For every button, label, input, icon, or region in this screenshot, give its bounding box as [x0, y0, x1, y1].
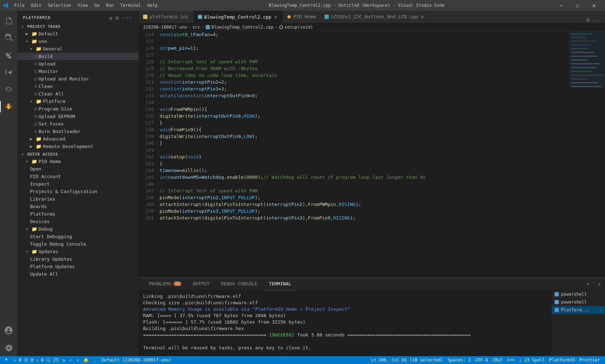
breadcrumb-src[interactable]: src	[192, 25, 200, 30]
tree-item-advanced[interactable]: ▶ 📁 Advanced	[17, 135, 138, 143]
terminal-tab-debug-console[interactable]: DEBUG CONSOLE	[215, 278, 263, 290]
split-editor-button[interactable]: ⧉	[585, 17, 591, 23]
more-tabs-button[interactable]: ···	[591, 18, 602, 23]
code-editor[interactable]: 124 125 126 127 128 129 130 131 132 133 …	[139, 31, 605, 277]
menu-run[interactable]: Run	[103, 2, 117, 9]
tree-item-pio-home[interactable]: ▾ 📁 PIO Home	[17, 158, 138, 165]
tree-item-platform-updates[interactable]: Platform Updates	[17, 263, 138, 270]
menu-file[interactable]: File	[11, 2, 28, 9]
tree-item-monitor[interactable]: Monitor	[17, 68, 138, 75]
new-terminal-button[interactable]: +	[586, 281, 589, 287]
terminal-instance-platformio[interactable]: Platform... ✓	[552, 306, 605, 314]
tree-item-libraries[interactable]: Libraries	[17, 195, 138, 203]
quick-access-header[interactable]: ▾ QUICK ACCESS	[17, 151, 138, 158]
tree-item-projects-config[interactable]: Projects & Configuration	[17, 188, 138, 195]
tab-lcd-cpp[interactable]: LCD16x2_I2C_Buttons_And_LCD.cpp ✕	[320, 11, 429, 23]
tab-platformio-ini[interactable]: platformio.ini	[139, 11, 194, 23]
activity-extensions[interactable]	[0, 81, 17, 98]
refresh-button[interactable]: ↺	[108, 14, 113, 21]
activity-explorer[interactable]	[0, 12, 17, 29]
breadcrumb-workspace[interactable]: 220208-100817-uno	[143, 25, 187, 30]
status-arrows[interactable]: ↕	[74, 356, 81, 364]
tree-item-start-debugging[interactable]: Start Debugging	[17, 233, 138, 240]
status-spell[interactable]: ⚠ 23 Spell	[517, 356, 547, 364]
tree-item-clean-all[interactable]: Clean All	[17, 90, 138, 98]
status-git-branch[interactable]	[3, 356, 11, 364]
status-prettier[interactable]: Prettier	[577, 356, 602, 364]
activity-run[interactable]	[0, 64, 17, 81]
tab-pio-home[interactable]: PIO Home	[283, 11, 321, 23]
tree-item-platform[interactable]: ▾ 📁 Platform	[17, 98, 138, 105]
breadcrumb-file[interactable]: BlowingTemp_Control2.cpp	[211, 25, 273, 30]
activity-source-control[interactable]	[0, 46, 17, 64]
activity-platformio[interactable]	[0, 98, 17, 115]
tree-item-open[interactable]: Open	[17, 165, 138, 173]
minimize-button[interactable]: −	[553, 0, 569, 11]
status-check[interactable]: ✓	[67, 356, 74, 364]
tree-item-general[interactable]: ▾ 📁 General	[17, 45, 138, 53]
tree-item-library-updates[interactable]: Library Updates	[17, 255, 138, 263]
svg-rect-33	[555, 292, 559, 296]
status-encoding[interactable]: UTF-8	[473, 356, 490, 364]
menu-selection[interactable]: Selection	[45, 2, 74, 9]
more-actions-button[interactable]: ···	[121, 14, 133, 21]
tree-item-clean[interactable]: Clean	[17, 83, 138, 90]
status-bell[interactable]: 🔔	[81, 356, 91, 364]
terminal-content[interactable]: Linking .pio\build\uno\firmware.elf Chec…	[139, 290, 551, 356]
tree-item-devices[interactable]: Devices	[17, 218, 138, 225]
status-default-project[interactable]: Default (220208-100817-uno)	[99, 356, 174, 364]
tree-item-toggle-debug-console[interactable]: Toggle Debug Console	[17, 240, 138, 248]
tree-item-pio-account[interactable]: PIO Account	[17, 173, 138, 180]
terminal-tab-problems[interactable]: PROBLEMS 23	[143, 278, 187, 290]
tree-item-debug[interactable]: ▾ 📁 Debug	[17, 225, 138, 233]
status-wifi[interactable]	[91, 356, 99, 364]
menu-view[interactable]: View	[75, 2, 91, 9]
tree-item-platforms[interactable]: Platforms	[17, 210, 138, 218]
status-spaces[interactable]: Spaces: 2	[445, 356, 473, 364]
status-sync[interactable]: ↻	[60, 356, 67, 364]
maximize-panel-button[interactable]: ˄	[592, 281, 595, 287]
status-platformio-text: PlatformIO	[549, 358, 575, 363]
tree-item-burn-bootloader[interactable]: Burn Bootloader	[17, 128, 138, 135]
status-line-ending[interactable]: CRLF	[490, 356, 505, 364]
menu-edit[interactable]: Edit	[28, 2, 44, 9]
tree-item-update-all[interactable]: Update All	[17, 270, 138, 278]
tree-item-upload-eeprom[interactable]: Upload EEPROM	[17, 113, 138, 120]
terminal-instance-powershell-2[interactable]: powershell	[552, 298, 605, 306]
collapse-button[interactable]: ⊟	[115, 14, 120, 21]
tree-item-default[interactable]: ▶ 📁 Default	[17, 30, 138, 38]
tree-item-upload-monitor[interactable]: Upload and Monitor	[17, 75, 138, 83]
status-cursor[interactable]: Ln 206, Col 81 (10 selected)	[369, 356, 445, 364]
status-errors-warnings[interactable]: ⚠ 0 ⓧ 0 ⚠ 0 ⓘ 23	[11, 356, 60, 364]
tree-item-boards[interactable]: Boards	[17, 203, 138, 210]
code-content[interactable]: const uint8_t FanFan = 4; int pwm_pin = …	[157, 31, 569, 277]
terminal-instance-powershell-1[interactable]: powershell	[552, 290, 605, 298]
tree-item-updates[interactable]: ▾ 📁 Updates	[17, 248, 138, 255]
close-panel-button[interactable]: ✕	[598, 281, 601, 287]
tab-close-blowing-temp[interactable]: ✕	[273, 13, 278, 20]
editor-terminal-container: 124 125 126 127 128 129 130 131 132 133 …	[139, 31, 605, 356]
tab-close-lcd-cpp[interactable]: ✕	[420, 13, 424, 20]
status-language[interactable]: C++	[505, 356, 517, 364]
tree-item-build[interactable]: Build	[17, 53, 138, 60]
close-button[interactable]: ✕	[586, 0, 602, 11]
tree-item-uno[interactable]: ▾ 📁 uno	[17, 38, 138, 45]
project-tasks-header[interactable]: ▾ PROJECT TASKS	[17, 23, 138, 30]
menu-terminal[interactable]: Terminal	[117, 2, 144, 9]
breadcrumb-function[interactable]: setup(void)	[285, 25, 313, 30]
tree-item-program-size[interactable]: Program Size	[17, 105, 138, 113]
tab-blowing-temp[interactable]: C+ BlowingTemp_Control2.cpp ✕	[194, 11, 283, 23]
terminal-tab-output[interactable]: OUTPUT	[187, 278, 215, 290]
tree-item-inspect[interactable]: Inspect	[17, 180, 138, 188]
maximize-button[interactable]: ☐	[569, 0, 586, 11]
terminal-tab-terminal[interactable]: TERMINAL	[263, 278, 297, 290]
menu-go[interactable]: Go	[92, 2, 102, 9]
tree-item-set-fuses[interactable]: Set Fuses	[17, 120, 138, 128]
activity-search[interactable]	[0, 29, 17, 46]
status-platformio[interactable]: PlatformIO	[547, 356, 577, 364]
tree-item-upload[interactable]: Upload	[17, 60, 138, 68]
activity-accounts[interactable]	[0, 322, 17, 339]
activity-settings[interactable]	[0, 339, 17, 356]
tree-item-remote-dev[interactable]: ▶ 📁 Remote Development	[17, 143, 138, 150]
menu-help[interactable]: Help	[145, 2, 161, 9]
